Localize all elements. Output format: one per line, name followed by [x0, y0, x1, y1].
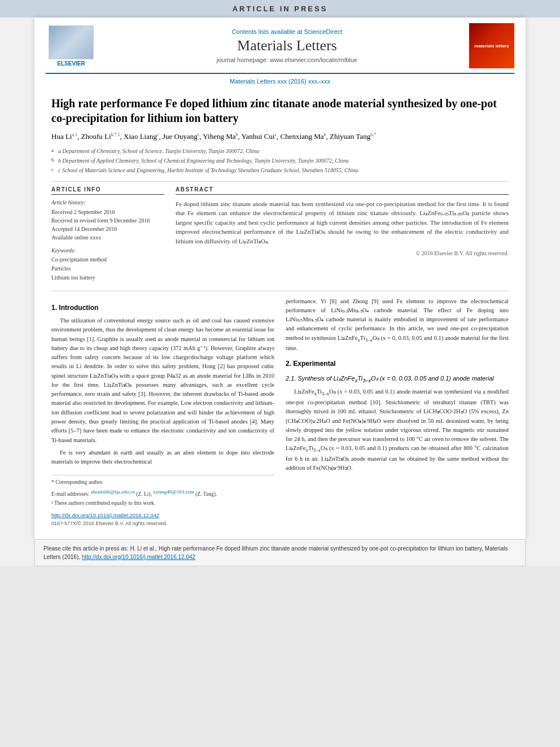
abstract-column: ABSTRACT Fe doped lithium zinc titanate … — [176, 186, 509, 282]
svg-rect-2 — [52, 51, 90, 57]
article-in-press-banner: ARTICLE IN PRESS — [0, 0, 560, 18]
keyword-1: Co-precipitation method — [51, 255, 164, 264]
abstract-header: ABSTRACT — [176, 186, 509, 195]
materials-letters-logo-text: materials letters — [474, 43, 509, 49]
body-columns: 1. Introduction The utilization of conve… — [51, 297, 509, 528]
keywords-label: Keywords: — [51, 247, 164, 254]
svg-point-1 — [59, 30, 84, 55]
doi-link[interactable]: http://dx.doi.org/10.1016/j.matlet.2016.… — [51, 512, 159, 518]
keyword-3: Lithium ion battery — [51, 273, 164, 282]
intro-paragraph-2: Fe is very abundant in earth and usually… — [51, 448, 274, 467]
footnote-email-link[interactable]: zhoufulib@tju.edu.cn — [91, 489, 135, 495]
affiliations: a a Department of Chemistry, School of S… — [51, 147, 509, 174]
affil-a: a Department of Chemistry, School of Sci… — [58, 147, 259, 155]
sciencedirect-brand[interactable]: ScienceDirect — [304, 28, 342, 35]
received-revised-date: Received in revised form 9 December 2016 — [51, 216, 164, 225]
citation-box: Please cite this article in press as: H.… — [34, 539, 526, 566]
footnote-equal: ¹ These authors contributed equally to t… — [51, 500, 274, 507]
section1-title: 1. Introduction — [51, 303, 274, 313]
citation-link[interactable]: http://dx.doi.org/10.1016/j.matlet.2016.… — [82, 554, 195, 560]
section2-title: 2. Experimental — [286, 359, 509, 369]
keyword-2: Particles — [51, 264, 164, 273]
body-left-col: 1. Introduction The utilization of conve… — [51, 297, 274, 528]
article-history-label: Article history: — [51, 199, 164, 206]
abstract-text: Fe doped lithium zinc titanate anode mat… — [176, 199, 509, 246]
body-right-col: performance. Yi [8] and Zhong [9] used F… — [286, 297, 509, 528]
issn-line: 0167-577X/© 2016 Elsevier B.V. All right… — [51, 520, 274, 528]
doi-footer: http://dx.doi.org/10.1016/j.matlet.2016.… — [51, 512, 274, 520]
materials-letters-logo: materials letters — [469, 23, 514, 68]
affil-c: c School of Materials Science and Engine… — [58, 166, 358, 174]
journal-title: Materials Letters — [105, 37, 469, 54]
svg-rect-0 — [49, 26, 93, 59]
received-date: Received 2 September 2016 — [51, 208, 164, 216]
copyright-text: © 2016 Elsevier B.V. All rights reserved… — [176, 250, 509, 256]
journal-center: Contents lists available at ScienceDirec… — [105, 28, 469, 63]
authors: Hua Lia,1, Zhoufu Lib,*,1, Xiao Liangc, … — [51, 131, 509, 142]
article-info-abstract-section: ARTICLE INFO Article history: Received 2… — [51, 186, 509, 282]
elsevier-logo-image — [49, 25, 94, 59]
article-info-header: ARTICLE INFO — [51, 186, 164, 195]
footnote-section: * Corresponding author. E-mail addresses… — [51, 475, 274, 507]
sciencedirect-link: Contents lists available at ScienceDirec… — [105, 28, 469, 35]
accepted-date: Accepted 14 December 2016 — [51, 225, 164, 233]
section-divider-2 — [51, 291, 509, 291]
footnote-email-link-2[interactable]: zytang46@163.com — [153, 489, 194, 495]
elsevier-text: ELSEVIER — [57, 60, 85, 67]
elsevier-logo: ELSEVIER — [46, 25, 97, 67]
footnote-corresponding: * Corresponding author. — [51, 479, 274, 486]
doi-journal-line: Materials Letters xxx (2016) xxx–xxx — [230, 76, 330, 87]
article-info-column: ARTICLE INFO Article history: Received 2… — [51, 186, 164, 282]
section2-subsection: 2.1. Synthesis of Li₂ZnFexTi3–xO₈ (x = 0… — [286, 374, 509, 385]
paper-content: High rate performance Fe doped lithium z… — [34, 96, 526, 539]
available-online: Available online xxxx — [51, 233, 164, 242]
footnote-emails: E-mail addresses: zhoufulib@tju.edu.cn (… — [51, 488, 274, 498]
journal-homepage: journal homepage: www.elsevier.com/locat… — [105, 56, 469, 63]
section2-paragraph: Li₂ZnFexTi3–xO₈ (x = 0.03, 0.05 and 0.1)… — [286, 387, 509, 473]
affil-b: b Department of Applied Chemistry, Schoo… — [58, 156, 349, 165]
journal-header: ELSEVIER Contents lists available at Sci… — [46, 18, 514, 74]
article-title: High rate performance Fe doped lithium z… — [51, 96, 509, 125]
section-divider-1 — [51, 181, 509, 182]
intro-paragraph-1: The utilization of conventional energy s… — [51, 316, 274, 445]
intro-right-paragraph: performance. Yi [8] and Zhong [9] used F… — [286, 297, 509, 353]
